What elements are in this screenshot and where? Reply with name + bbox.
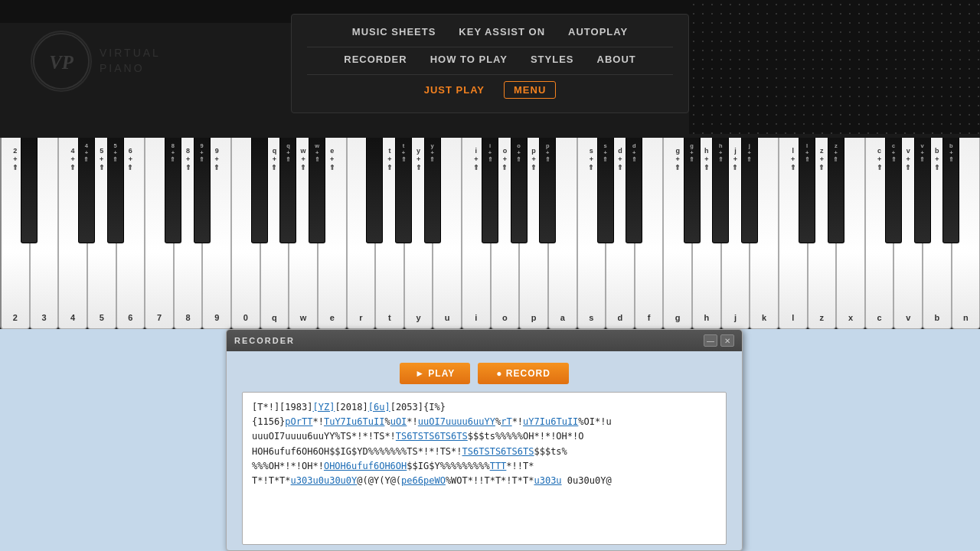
black-key-24[interactable]: h + ⇑ bbox=[712, 138, 729, 243]
play-button[interactable]: ► PLAY bbox=[400, 363, 470, 384]
recorder-body: ► PLAY ● RECORD [T*!][1983][YZ][2018][6u… bbox=[227, 351, 742, 551]
black-key-5[interactable]: 8 + ⇑ bbox=[165, 138, 181, 243]
nav-styles[interactable]: STYLES bbox=[531, 54, 574, 65]
nav-just-play[interactable]: JUST PLAY bbox=[424, 84, 485, 96]
recorder-text-area[interactable]: [T*!][1983][YZ][2018][6u][2053]{I%} {115… bbox=[242, 392, 727, 545]
black-key-30[interactable]: c + ⇑ bbox=[885, 138, 902, 243]
nav-divider-2 bbox=[307, 74, 673, 75]
piano-wrapper: 2 + ⇑234 + ⇑45 + ⇑56 + ⇑678 + ⇑89 + ⇑90q… bbox=[0, 138, 980, 329]
nav-key-assist[interactable]: KEY ASSIST ON bbox=[459, 26, 545, 37]
nav-row-1: MUSIC SHEETS KEY ASSIST ON AUTOPLAY bbox=[307, 26, 673, 37]
black-key-18[interactable]: p + ⇑ bbox=[539, 138, 556, 243]
black-key-2[interactable]: 4 + ⇑ bbox=[78, 138, 95, 243]
black-key-32[interactable]: b + ⇑ bbox=[942, 138, 959, 243]
black-key-31[interactable]: v + ⇑ bbox=[914, 138, 931, 243]
black-key-6[interactable]: 9 + ⇑ bbox=[194, 138, 211, 243]
black-key-3[interactable]: 5 + ⇑ bbox=[107, 138, 124, 243]
black-key-25[interactable]: j + ⇑ bbox=[741, 138, 758, 243]
recorder-window: RECORDER — ✕ ► PLAY ● RECORD [T*!][1983]… bbox=[226, 329, 743, 551]
nav-autoplay[interactable]: AUTOPLAY bbox=[568, 26, 628, 37]
nav-row-3: JUST PLAY MENU bbox=[307, 81, 673, 99]
nav-menu[interactable]: MENU bbox=[504, 81, 556, 99]
black-key-20[interactable]: s + ⇑ bbox=[597, 138, 614, 243]
nav-about[interactable]: ABOUT bbox=[597, 54, 636, 65]
nav-menu: MUSIC SHEETS KEY ASSIST ON AUTOPLAY RECO… bbox=[291, 14, 689, 113]
black-key-10[interactable]: w + ⇑ bbox=[309, 138, 325, 243]
recorder-controls: ► PLAY ● RECORD bbox=[242, 363, 727, 384]
recorder-close-button[interactable]: ✕ bbox=[720, 334, 734, 347]
dotted-background bbox=[689, 0, 980, 134]
nav-row-2: RECORDER HOW TO PLAY STYLES ABOUT bbox=[307, 54, 673, 65]
black-key-16[interactable]: i + ⇑ bbox=[482, 138, 498, 243]
black-key-14[interactable]: y + ⇑ bbox=[424, 138, 441, 243]
black-key-0[interactable] bbox=[21, 138, 38, 243]
piano-container: 2 + ⇑234 + ⇑45 + ⇑56 + ⇑678 + ⇑89 + ⇑90q… bbox=[0, 138, 980, 329]
record-button[interactable]: ● RECORD bbox=[478, 363, 569, 384]
logo-symbol: VP bbox=[31, 31, 92, 92]
recorder-title: RECORDER bbox=[234, 336, 701, 345]
black-key-12[interactable] bbox=[366, 138, 383, 243]
black-key-17[interactable]: o + ⇑ bbox=[511, 138, 528, 243]
nav-recorder[interactable]: RECORDER bbox=[344, 54, 407, 65]
black-key-8[interactable] bbox=[251, 138, 268, 243]
logo-text: VIRTUALPIANO bbox=[100, 46, 161, 76]
black-key-9[interactable]: q + ⇑ bbox=[279, 138, 296, 243]
svg-text:VP: VP bbox=[49, 52, 74, 73]
recorder-titlebar: RECORDER — ✕ bbox=[227, 330, 742, 351]
black-key-28[interactable]: z + ⇑ bbox=[828, 138, 844, 243]
black-key-21[interactable]: d + ⇑ bbox=[626, 138, 642, 243]
nav-divider-1 bbox=[307, 47, 673, 47]
black-key-13[interactable]: t + ⇑ bbox=[395, 138, 412, 243]
black-key-23[interactable]: g + ⇑ bbox=[684, 138, 701, 243]
recorder-minimize-button[interactable]: — bbox=[704, 334, 717, 347]
logo-area: VP VIRTUALPIANO bbox=[31, 31, 161, 92]
black-key-27[interactable]: l + ⇑ bbox=[799, 138, 815, 243]
nav-how-to-play[interactable]: HOW TO PLAY bbox=[430, 54, 508, 65]
nav-music-sheets[interactable]: MUSIC SHEETS bbox=[352, 26, 436, 37]
